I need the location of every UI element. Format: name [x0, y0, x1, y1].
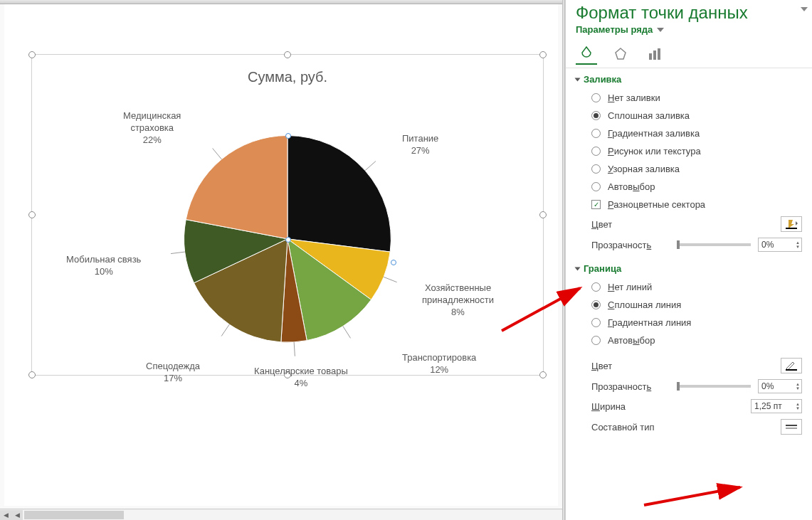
- svg-line-1: [384, 277, 397, 282]
- selection-dot[interactable]: [391, 260, 396, 265]
- horizontal-scrollbar[interactable]: ◀ ◀: [0, 509, 562, 520]
- triangle-icon: [575, 78, 581, 81]
- scroll-left-button[interactable]: ◀: [11, 510, 23, 520]
- compound-type-picker[interactable]: [781, 419, 802, 435]
- svg-rect-10: [658, 48, 660, 60]
- data-label[interactable]: Мобильная связь10%: [66, 254, 141, 278]
- svg-rect-8: [649, 53, 652, 60]
- fill-auto-radio[interactable]: Автовыбор: [576, 178, 802, 196]
- border-transparency-row: Прозрачность 0%▲▼: [576, 376, 802, 396]
- border-solid-radio[interactable]: Сплошная линия: [576, 296, 802, 314]
- border-color-picker[interactable]: [781, 358, 802, 373]
- svg-rect-12: [786, 369, 797, 371]
- svg-marker-7: [616, 48, 626, 59]
- border-section-toggle[interactable]: Граница: [576, 260, 802, 278]
- border-transparency-slider[interactable]: [677, 385, 751, 388]
- svg-rect-9: [653, 51, 656, 60]
- fill-color-picker[interactable]: [781, 216, 802, 232]
- fill-section: Заливка Нет заливки Сплошная заливка Гра…: [566, 68, 812, 258]
- border-auto-radio[interactable]: Автовыбор: [576, 331, 802, 349]
- fill-none-radio[interactable]: Нет заливки: [576, 89, 802, 107]
- border-color-row: Цвет: [576, 355, 802, 376]
- slide: Сумма, руб. Питание27% Хозяйственныеприн…: [4, 4, 558, 506]
- scroll-track[interactable]: [23, 510, 562, 520]
- border-transparency-field[interactable]: 0%▲▼: [758, 379, 802, 393]
- border-width-row: Ширина 1,25 пт▲▼: [576, 396, 802, 416]
- chart-canvas-area: Сумма, руб. Питание27% Хозяйственныеприн…: [0, 0, 562, 520]
- svg-line-2: [343, 327, 351, 339]
- svg-line-6: [213, 149, 222, 159]
- fill-gradient-radio[interactable]: Градиентная заливка: [576, 124, 802, 142]
- border-gradient-radio[interactable]: Градиентная линия: [576, 314, 802, 331]
- fill-color-row: Цвет: [576, 213, 802, 235]
- chevron-down-icon: [657, 28, 664, 32]
- svg-line-5: [171, 252, 185, 253]
- selection-dot[interactable]: [285, 133, 291, 139]
- data-label[interactable]: Транспортировка12%: [402, 352, 476, 376]
- border-section: Граница Нет линий Сплошная линия Градиен…: [566, 258, 812, 440]
- data-label[interactable]: Спецодежда17%: [146, 361, 200, 385]
- tab-effects[interactable]: [610, 43, 631, 65]
- data-label[interactable]: Хозяйственныепринадлежности8%: [422, 282, 494, 319]
- format-pane: Формат точки данных Параметры ряда Залив…: [565, 0, 812, 520]
- fill-transparency-field[interactable]: 0%▲▼: [758, 238, 802, 252]
- fill-picture-radio[interactable]: Рисунок или текстура: [576, 142, 802, 160]
- fill-section-toggle[interactable]: Заливка: [576, 71, 802, 89]
- pane-title: Формат точки данных: [566, 0, 812, 24]
- data-label[interactable]: Питание27%: [402, 133, 438, 157]
- svg-line-3: [294, 342, 295, 356]
- option-tabs: [566, 39, 812, 68]
- scroll-left-button[interactable]: ◀: [0, 510, 11, 520]
- svg-line-0: [365, 161, 376, 171]
- svg-line-4: [221, 324, 229, 336]
- fill-solid-radio[interactable]: Сплошная заливка: [576, 107, 802, 124]
- triangle-icon: [575, 267, 581, 270]
- pie-chart[interactable]: [32, 55, 543, 375]
- fill-transparency-slider[interactable]: [677, 243, 751, 246]
- scroll-thumb[interactable]: [24, 511, 124, 519]
- selection-dot[interactable]: [285, 237, 291, 243]
- border-compound-row: Составной тип: [576, 416, 802, 437]
- data-label[interactable]: Канцелярские товары4%: [254, 366, 348, 390]
- vary-colors-checkbox[interactable]: Разноцветные сектора: [576, 196, 802, 213]
- chart-frame[interactable]: Сумма, руб. Питание27% Хозяйственныеприн…: [31, 54, 544, 376]
- pane-collapse-button[interactable]: [801, 7, 808, 11]
- border-width-field[interactable]: 1,25 пт▲▼: [751, 399, 802, 413]
- border-none-radio[interactable]: Нет линий: [576, 278, 802, 296]
- fill-transparency-row: Прозрачность 0%▲▼: [576, 235, 802, 255]
- tab-fill-line[interactable]: [576, 43, 597, 65]
- data-label[interactable]: Медицинскаястраховка22%: [123, 110, 181, 147]
- svg-rect-11: [786, 228, 797, 229]
- fill-pattern-radio[interactable]: Узорная заливка: [576, 160, 802, 178]
- pie-slice[interactable]: [288, 135, 391, 252]
- tab-series-options[interactable]: [644, 43, 665, 65]
- series-options-dropdown[interactable]: Параметры ряда: [566, 24, 812, 39]
